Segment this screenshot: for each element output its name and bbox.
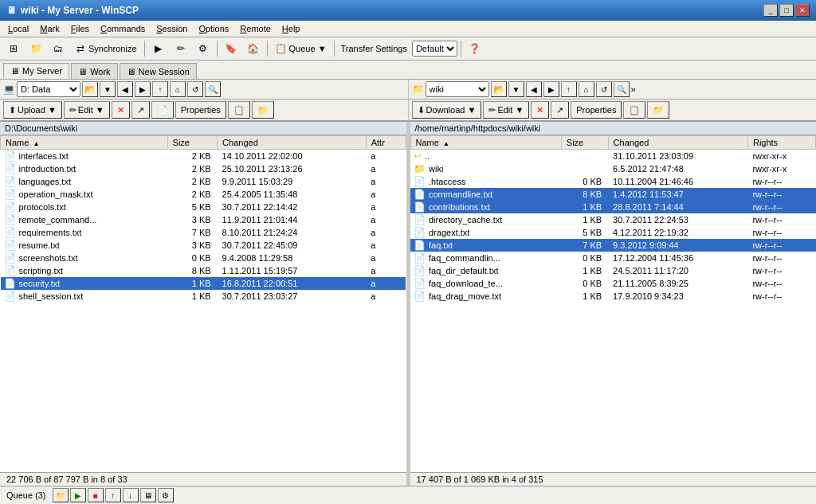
table-row[interactable]: 📄 faq_drag_move.txt 1 KB 17.9.2010 9:34:… xyxy=(410,290,816,303)
right-folder-icon-btn[interactable]: 📂 xyxy=(491,81,507,97)
left-folder-icon-btn[interactable]: 📂 xyxy=(82,81,98,97)
table-row[interactable]: 📄 screenshots.txt 0 KB 9.4.2008 11:29:58… xyxy=(1,252,406,264)
menu-options[interactable]: Options xyxy=(194,22,233,35)
right-root-btn[interactable]: ⌂ xyxy=(579,81,594,97)
menu-remote[interactable]: Remote xyxy=(235,22,276,35)
menu-commands[interactable]: Commands xyxy=(96,22,150,35)
table-row[interactable]: 📄 faq.txt 7 KB 9.3.2012 9:09:44 rw-r--r-… xyxy=(410,239,816,252)
table-row[interactable]: 📄 operation_mask.txt 2 KB 25.4.2005 11:3… xyxy=(1,188,406,201)
right-file-list[interactable]: Name ▲ Size Changed Rights ↩ .. 31.10.20… xyxy=(410,135,817,472)
table-row[interactable]: ↩ .. 31.10.2011 23:03:09 rwxr-xr-x xyxy=(410,150,816,163)
toolbar-config-btn[interactable]: ⚙ xyxy=(193,39,214,58)
toolbar-grid-btn[interactable]: ⊞ xyxy=(3,39,24,58)
download-btn[interactable]: ⬇ Download ▼ xyxy=(412,101,482,119)
left-file-list[interactable]: Name ▲ Size Changed Attr 📄 interfaces.tx… xyxy=(0,135,406,472)
menu-session[interactable]: Session xyxy=(151,22,192,35)
right-properties-btn[interactable]: Properties xyxy=(571,101,622,119)
right-up-btn[interactable]: ↑ xyxy=(561,81,577,97)
right-back-btn[interactable]: ◀ xyxy=(526,81,542,97)
table-row[interactable]: 📄 faq_commandlin... 0 KB 17.12.2004 11:4… xyxy=(410,252,816,264)
right-find-btn[interactable]: 🔍 xyxy=(614,81,630,97)
minimize-button[interactable]: _ xyxy=(763,4,778,17)
table-row[interactable]: 📄 introduction.txt 2 KB 25.10.2011 23:13… xyxy=(1,162,406,175)
queue-play-btn[interactable]: ▶ xyxy=(70,488,86,502)
tab-new-session[interactable]: 🖥 New Session xyxy=(120,63,197,79)
left-properties-btn[interactable]: Properties xyxy=(175,101,226,119)
synchronize-btn[interactable]: ⇄ Synchronize xyxy=(70,39,141,58)
right-col-size[interactable]: Size xyxy=(561,136,608,150)
toolbar-terminal-btn[interactable]: ▶ xyxy=(148,39,169,58)
queue-folder-btn[interactable]: 📁 xyxy=(53,488,69,502)
table-row[interactable]: 📄 languages.txt 2 KB 9.9.2011 15:03:29 a xyxy=(1,175,406,188)
right-move-btn[interactable]: ↗ xyxy=(551,101,569,119)
table-row[interactable]: 📄 shell_session.txt 1 KB 30.7.2011 23:03… xyxy=(1,290,406,303)
table-row[interactable]: 📄 dragext.txt 5 KB 4.12.2011 22:19:32 rw… xyxy=(410,226,816,239)
right-newfolder-btn[interactable]: 📁 xyxy=(647,101,669,119)
toolbar-bookmark-btn[interactable]: 🔖 xyxy=(221,39,241,58)
queue-settings-btn[interactable]: ⚙ xyxy=(158,488,174,502)
left-delete-btn[interactable]: ✕ xyxy=(112,101,130,119)
left-filter-btn[interactable]: ▼ xyxy=(100,81,116,97)
toolbar-home-btn[interactable]: 🏠 xyxy=(243,39,264,58)
right-col-changed[interactable]: Changed xyxy=(608,136,747,150)
left-copy-btn[interactable]: 📄 xyxy=(151,101,174,119)
menu-mark[interactable]: Mark xyxy=(35,22,64,35)
queue-add-btn[interactable]: 🖥 xyxy=(140,488,156,502)
left-drive-select[interactable]: D: Data xyxy=(17,81,80,97)
left-move-btn[interactable]: ↗ xyxy=(131,101,150,119)
right-edit-btn[interactable]: ✏ Edit ▼ xyxy=(483,101,529,119)
left-newfolder-btn[interactable]: 📁 xyxy=(252,101,274,119)
transfer-settings-select[interactable]: Default xyxy=(412,41,457,57)
toolbar-help-btn[interactable]: ❓ xyxy=(465,39,485,58)
right-refresh-btn[interactable]: ↺ xyxy=(596,81,612,97)
tab-my-server[interactable]: 🖥 My Server xyxy=(3,63,69,79)
right-delete-btn[interactable]: ✕ xyxy=(531,101,549,119)
close-button[interactable]: ✕ xyxy=(795,4,810,17)
left-find-btn[interactable]: 🔍 xyxy=(205,81,221,97)
left-col-attr[interactable]: Attr xyxy=(366,136,406,150)
table-row[interactable]: 📄 resume.txt 3 KB 30.7.2011 22:45:09 a xyxy=(1,239,406,252)
right-drive-select[interactable]: wiki xyxy=(426,81,489,97)
right-filter-btn[interactable]: ▼ xyxy=(508,81,524,97)
left-edit-btn[interactable]: ✏ Edit ▼ xyxy=(64,101,110,119)
left-col-changed[interactable]: Changed xyxy=(218,136,367,150)
menu-files[interactable]: Files xyxy=(66,22,94,35)
queue-stop-btn[interactable]: ■ xyxy=(88,488,104,502)
left-back-btn[interactable]: ◀ xyxy=(117,81,133,97)
right-col-rights[interactable]: Rights xyxy=(747,136,815,150)
left-refresh-btn[interactable]: ↺ xyxy=(187,81,203,97)
tab-work[interactable]: 🖥 Work xyxy=(71,63,117,79)
table-row[interactable]: 📄 contributions.txt 1 KB 28.8.2011 7:14:… xyxy=(410,201,816,213)
table-row[interactable]: 📄 remote_command... 3 KB 11.9.2011 21:01… xyxy=(1,213,406,226)
table-row[interactable]: 📄 requirements.txt 7 KB 8.10.2011 21:24:… xyxy=(1,226,406,239)
left-root-btn[interactable]: ⌂ xyxy=(170,81,186,97)
toolbar-edit-btn[interactable]: ✏ xyxy=(171,39,191,58)
menu-local[interactable]: Local xyxy=(3,22,33,35)
maximize-button[interactable]: □ xyxy=(779,4,794,17)
table-row[interactable]: 📄 .htaccess 0 KB 10.11.2004 21:46:46 rw-… xyxy=(410,175,816,188)
table-row[interactable]: 📄 protocols.txt 5 KB 30.7.2011 22:14:42 … xyxy=(1,201,406,213)
right-more-btn[interactable]: » xyxy=(631,84,636,94)
right-forward-btn[interactable]: ▶ xyxy=(543,81,559,97)
table-row[interactable]: 📄 scripting.txt 8 KB 1.11.2011 15:19:57 … xyxy=(1,264,406,277)
left-up-btn[interactable]: ↑ xyxy=(152,81,168,97)
left-col-size[interactable]: Size xyxy=(167,136,218,150)
table-row[interactable]: 📄 faq_dir_default.txt 1 KB 24.5.2011 11:… xyxy=(410,264,816,277)
queue-btn[interactable]: 📋 Queue ▼ xyxy=(271,39,331,58)
table-row[interactable]: 📄 interfaces.txt 2 KB 14.10.2011 22:02:0… xyxy=(1,150,406,163)
right-col-name[interactable]: Name ▲ xyxy=(410,136,561,150)
left-newfile-btn[interactable]: 📋 xyxy=(228,101,250,119)
upload-btn[interactable]: ⬆ Upload ▼ xyxy=(3,101,62,119)
left-col-name[interactable]: Name ▲ xyxy=(1,136,168,150)
right-newfile-btn[interactable]: 📋 xyxy=(623,101,645,119)
table-row[interactable]: 📄 security.txt 1 KB 16.8.2011 22:00:51 a xyxy=(1,277,406,290)
menu-help[interactable]: Help xyxy=(277,22,305,35)
queue-up-btn[interactable]: ↑ xyxy=(105,488,121,502)
toolbar-folder2-btn[interactable]: 🗂 xyxy=(48,39,69,58)
table-row[interactable]: 📄 commandline.txt 8 KB 1.4.2012 11:53:47… xyxy=(410,188,816,201)
table-row[interactable]: 📄 directory_cache.txt 1 KB 30.7.2011 22:… xyxy=(410,213,816,226)
left-forward-btn[interactable]: ▶ xyxy=(135,81,151,97)
toolbar-folder-btn[interactable]: 📁 xyxy=(26,39,46,58)
table-row[interactable]: 📄 faq_download_te... 0 KB 21.11.2005 8:3… xyxy=(410,277,816,290)
table-row[interactable]: 📁 wiki 6.5.2012 21:47:48 rwxr-xr-x xyxy=(410,162,816,175)
